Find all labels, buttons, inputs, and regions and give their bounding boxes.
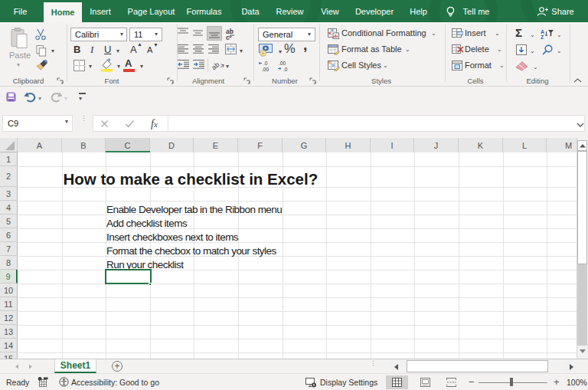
svg-text:.0: .0 <box>263 61 268 66</box>
svg-text:ab: ab <box>212 61 220 71</box>
svg-text:c: c <box>226 34 230 40</box>
svg-text:Z: Z <box>541 34 544 39</box>
svg-text:A: A <box>541 29 544 34</box>
svg-text:.00: .00 <box>262 67 269 72</box>
svg-text:.0: .0 <box>283 67 288 72</box>
svg-text:.00: .00 <box>279 61 286 66</box>
